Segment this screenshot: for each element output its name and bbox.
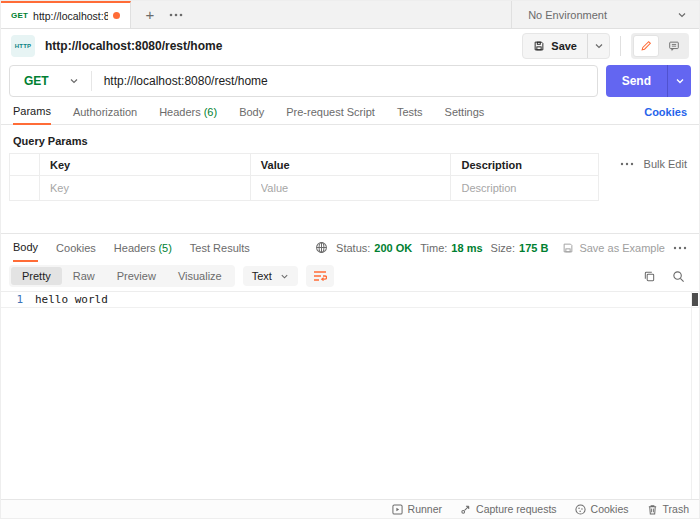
time-badge: Time: 18 ms bbox=[420, 242, 482, 254]
save-icon bbox=[533, 40, 545, 52]
url-input[interactable]: http://localhost:8080/rest/home bbox=[92, 74, 268, 88]
divider bbox=[620, 36, 621, 56]
wrap-text-icon bbox=[313, 270, 327, 282]
edit-comment-group bbox=[631, 33, 689, 59]
runner-icon bbox=[392, 504, 403, 515]
request-response-gap bbox=[1, 201, 699, 233]
query-params-section: Key Value Description Bulk Edit bbox=[1, 153, 699, 201]
tab-title: http://localhost:8080/r bbox=[33, 10, 108, 22]
row-handle bbox=[10, 176, 40, 200]
response-toolbar: Pretty Raw Preview Visualize Text bbox=[1, 261, 699, 291]
view-raw-button[interactable]: Raw bbox=[62, 267, 106, 285]
language-label: Text bbox=[252, 270, 272, 282]
editor-scrollbar[interactable] bbox=[691, 292, 699, 499]
comment-button[interactable] bbox=[661, 35, 687, 57]
response-tab-test-results[interactable]: Test Results bbox=[190, 234, 250, 261]
save-options-button[interactable] bbox=[587, 34, 609, 58]
rename-button[interactable] bbox=[633, 35, 659, 57]
request-tabs: Params Authorization Headers(6) Body Pre… bbox=[1, 99, 699, 125]
table-header-row: Key Value Description bbox=[10, 154, 598, 176]
tab-method-label: GET bbox=[11, 11, 28, 20]
search-icon[interactable] bbox=[672, 270, 685, 283]
wrap-text-button[interactable] bbox=[306, 265, 334, 287]
response-headers-count: (5) bbox=[158, 242, 171, 254]
description-input[interactable] bbox=[461, 182, 588, 194]
key-input[interactable] bbox=[50, 182, 240, 194]
response-tab-cookies[interactable]: Cookies bbox=[56, 234, 96, 261]
query-params-table: Key Value Description bbox=[9, 153, 599, 201]
tab-authorization[interactable]: Authorization bbox=[73, 99, 137, 124]
cookies-link[interactable]: Cookies bbox=[644, 99, 687, 124]
tab-headers[interactable]: Headers(6) bbox=[159, 99, 217, 124]
status-bar: Runner Capture requests Cookies Trash bbox=[1, 499, 699, 518]
request-header-actions: Save bbox=[522, 33, 689, 59]
response-tabs: Body Cookies Headers(5) Test Results Sta… bbox=[1, 234, 699, 261]
request-tab[interactable]: GET http://localhost:8080/r bbox=[1, 1, 131, 28]
response-body-editor[interactable]: 1 hello world bbox=[1, 291, 699, 499]
scrollbar-thumb[interactable] bbox=[692, 293, 698, 306]
request-header: HTTP http://localhost:8080/rest/home Sav… bbox=[1, 29, 699, 63]
capture-requests-icon bbox=[460, 504, 471, 515]
column-header-key: Key bbox=[50, 159, 70, 171]
row-handle-column bbox=[10, 154, 40, 175]
tab-body[interactable]: Body bbox=[239, 99, 264, 124]
tab-settings[interactable]: Settings bbox=[445, 99, 485, 124]
copy-icon[interactable] bbox=[643, 270, 656, 283]
response-pane: Body Cookies Headers(5) Test Results Sta… bbox=[1, 233, 699, 499]
chevron-down-icon bbox=[280, 272, 289, 281]
trash-icon bbox=[647, 504, 658, 515]
save-as-example-button[interactable]: Save as Example bbox=[562, 242, 665, 254]
comment-icon bbox=[668, 40, 680, 52]
tab-params[interactable]: Params bbox=[13, 99, 51, 125]
environment-selector[interactable]: No Environment bbox=[511, 1, 699, 28]
save-button-group: Save bbox=[522, 33, 610, 59]
more-response-actions-icon[interactable] bbox=[673, 246, 687, 250]
method-label: GET bbox=[24, 74, 49, 88]
chevron-down-icon bbox=[69, 76, 79, 86]
language-selector[interactable]: Text bbox=[243, 266, 298, 286]
view-visualize-button[interactable]: Visualize bbox=[167, 267, 233, 285]
http-request-icon: HTTP bbox=[11, 35, 35, 57]
view-pretty-button[interactable]: Pretty bbox=[11, 267, 62, 285]
response-body-text: hello world bbox=[35, 293, 108, 306]
value-input[interactable] bbox=[261, 182, 441, 194]
column-header-description: Description bbox=[461, 159, 522, 171]
tab-pre-request-script[interactable]: Pre-request Script bbox=[286, 99, 375, 124]
more-actions-icon[interactable] bbox=[620, 162, 634, 166]
view-preview-button[interactable]: Preview bbox=[106, 267, 167, 285]
runner-button[interactable]: Runner bbox=[392, 503, 442, 515]
bulk-edit-button[interactable]: Bulk Edit bbox=[644, 158, 687, 170]
response-meta: Status: 200 OK Time: 18 ms Size: 175 B S… bbox=[315, 234, 687, 261]
send-button[interactable]: Send bbox=[606, 65, 667, 97]
line-number: 1 bbox=[1, 293, 35, 306]
size-badge: Size: 175 B bbox=[491, 242, 549, 254]
column-header-value: Value bbox=[261, 159, 290, 171]
response-tab-headers[interactable]: Headers(5) bbox=[114, 234, 172, 261]
save-icon bbox=[562, 242, 574, 254]
network-globe-icon[interactable] bbox=[315, 241, 328, 254]
params-actions: Bulk Edit bbox=[599, 153, 691, 175]
capture-requests-button[interactable]: Capture requests bbox=[460, 503, 557, 515]
cookies-button[interactable]: Cookies bbox=[575, 503, 629, 515]
tab-tests[interactable]: Tests bbox=[397, 99, 423, 124]
send-button-group: Send bbox=[606, 65, 691, 97]
trash-button[interactable]: Trash bbox=[647, 503, 689, 515]
new-tab-button[interactable]: + bbox=[137, 1, 163, 28]
headers-count: (6) bbox=[204, 106, 217, 118]
request-title: http://localhost:8080/rest/home bbox=[45, 39, 222, 53]
send-options-button[interactable] bbox=[667, 65, 691, 97]
response-view-switcher: Pretty Raw Preview Visualize bbox=[9, 265, 235, 287]
url-box: GET http://localhost:8080/rest/home bbox=[9, 65, 598, 97]
table-row bbox=[10, 176, 598, 200]
request-tab-bar: GET http://localhost:8080/r + No Environ… bbox=[1, 1, 699, 29]
pencil-icon bbox=[640, 40, 652, 52]
code-line: 1 hello world bbox=[1, 292, 699, 308]
url-builder: GET http://localhost:8080/rest/home Send bbox=[1, 63, 699, 99]
query-params-title: Query Params bbox=[13, 135, 687, 147]
response-tab-body[interactable]: Body bbox=[13, 234, 38, 262]
method-selector[interactable]: GET bbox=[10, 74, 91, 88]
save-button[interactable]: Save bbox=[523, 34, 587, 58]
response-body-actions bbox=[643, 270, 691, 283]
more-tabs-icon[interactable] bbox=[163, 1, 189, 28]
status-badge: Status: 200 OK bbox=[336, 242, 412, 254]
